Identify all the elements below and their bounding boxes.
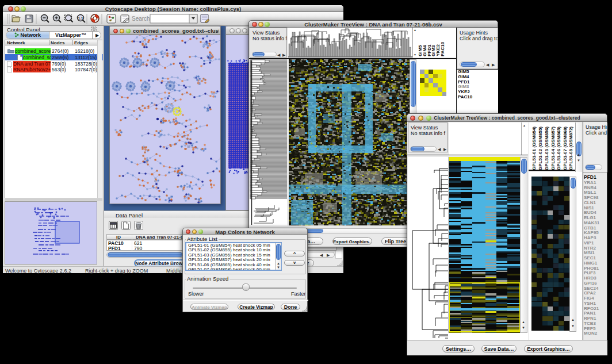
- svg-text:Search:: Search:: [132, 16, 151, 22]
- svg-text:1:1: 1:1: [78, 17, 83, 20]
